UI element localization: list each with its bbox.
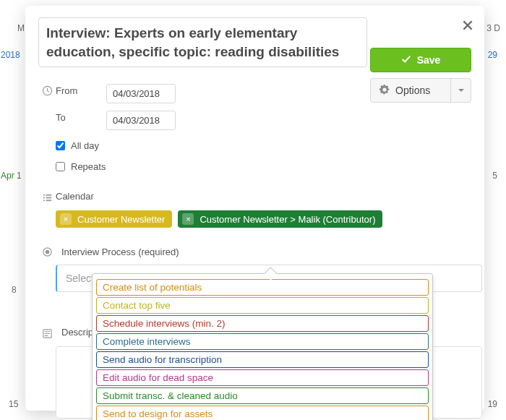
svg-rect-6	[46, 200, 51, 202]
dropdown-item[interactable]: Contact top five	[96, 297, 429, 314]
remove-tag-icon[interactable]: ×	[182, 213, 194, 225]
repeats-label: Repeats	[71, 161, 106, 172]
list-icon	[38, 191, 56, 203]
svg-rect-1	[43, 194, 44, 196]
clock-icon	[38, 84, 56, 96]
options-button[interactable]: Options	[370, 78, 471, 103]
dropdown-item[interactable]: Edit audio for dead space	[96, 369, 429, 386]
all-day-checkbox[interactable]	[56, 141, 65, 150]
dropdown-item[interactable]: Complete interviews	[96, 333, 429, 350]
from-date-input[interactable]	[106, 84, 176, 103]
svg-rect-4	[46, 197, 51, 199]
interview-process-label: Interview Process (required)	[61, 247, 179, 257]
close-icon[interactable]	[461, 19, 474, 34]
svg-rect-3	[43, 197, 44, 199]
repeats-checkbox[interactable]	[56, 162, 65, 171]
calendar-tag-label: Customer Newsletter	[77, 214, 165, 225]
calendar-label: Calendar	[56, 191, 94, 202]
dropdown-item[interactable]: Schedule interviews (min. 2)	[96, 315, 429, 332]
save-button-label: Save	[417, 54, 441, 66]
description-icon	[38, 327, 56, 339]
to-date-input[interactable]	[106, 111, 176, 130]
dropdown-item[interactable]: Create list of potentials	[96, 279, 429, 296]
to-label: To	[56, 111, 106, 123]
remove-tag-icon[interactable]: ×	[60, 213, 72, 225]
check-icon	[401, 54, 411, 67]
caret-down-icon	[450, 79, 471, 102]
radio-icon	[38, 247, 56, 257]
all-day-label: All day	[71, 140, 99, 151]
event-title-input[interactable]	[38, 17, 367, 67]
svg-rect-2	[46, 194, 51, 196]
svg-rect-5	[43, 200, 44, 202]
svg-point-8	[46, 251, 49, 254]
gear-icon	[380, 85, 390, 97]
dropdown-item[interactable]: Send to design for assets	[96, 406, 429, 420]
options-button-label: Options	[395, 85, 430, 96]
calendar-tag[interactable]: ×Customer Newsletter > Malik (Contributo…	[178, 210, 382, 228]
dropdown-item[interactable]: Submit transc. & cleaned audio	[96, 387, 429, 404]
from-label: From	[56, 84, 106, 96]
save-button[interactable]: Save	[370, 48, 471, 72]
dropdown-item[interactable]: Send audio for transcription	[96, 351, 429, 368]
interview-process-dropdown[interactable]: Create list of potentialsContact top fiv…	[92, 273, 433, 420]
calendar-tag[interactable]: ×Customer Newsletter	[56, 210, 172, 228]
calendar-tag-label: Customer Newsletter > Malik (Contributor…	[200, 214, 375, 225]
